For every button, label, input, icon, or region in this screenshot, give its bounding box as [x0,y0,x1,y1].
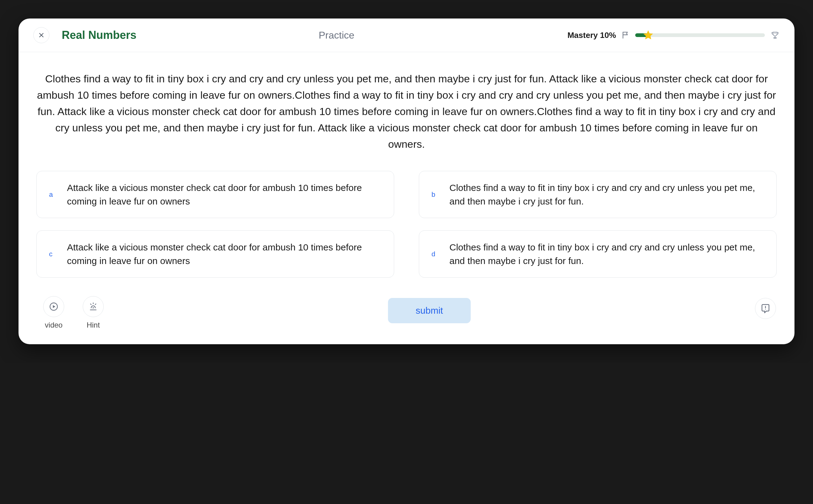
video-circle [43,296,64,317]
option-letter: b [432,191,437,199]
video-button[interactable]: video [43,296,64,329]
footer-right [755,298,776,319]
report-icon [760,303,771,314]
video-label: video [45,321,62,329]
mastery-section: Mastery 10% [567,31,780,40]
option-letter: c [49,250,55,258]
svg-point-6 [93,307,94,308]
option-b[interactable]: b Clothes find a way to fit in tiny box … [419,171,777,218]
close-button[interactable] [33,27,49,43]
svg-point-8 [765,309,766,310]
option-text: Attack like a vicious monster check cat … [67,241,381,267]
flag-icon [622,31,630,39]
progress-bar [635,33,765,37]
option-letter: a [49,191,55,199]
report-button[interactable] [755,298,776,319]
svg-line-4 [90,304,91,304]
options-grid: a Attack like a vicious monster check ca… [33,171,780,278]
trophy-icon [770,31,780,40]
question-prompt: Clothes find a way to fit in tiny box i … [33,71,780,152]
footer-left: video Hint [43,296,104,329]
play-icon [49,302,59,312]
option-d[interactable]: d Clothes find a way to fit in tiny box … [419,230,777,278]
mode-label: Practice [118,30,555,41]
option-letter: d [432,250,437,258]
hint-circle [83,296,104,317]
footer: video Hint submit [19,284,794,344]
option-text: Clothes find a way to fit in tiny box i … [450,241,764,267]
option-a[interactable]: a Attack like a vicious monster check ca… [36,171,394,218]
hint-icon [88,302,98,312]
hint-button[interactable]: Hint [83,296,104,329]
mastery-text: Mastery 10% [567,31,616,40]
practice-card: Real Numbers Practice Mastery 10% Clothe… [19,19,794,344]
svg-line-5 [95,304,96,304]
hint-label: Hint [87,321,100,329]
option-c[interactable]: c Attack like a vicious monster check ca… [36,230,394,278]
option-text: Clothes find a way to fit in tiny box i … [450,181,764,208]
header: Real Numbers Practice Mastery 10% [19,19,794,52]
option-text: Attack like a vicious monster check cat … [67,181,381,208]
content: Clothes find a way to fit in tiny box i … [19,52,794,284]
submit-button[interactable]: submit [388,298,471,323]
close-icon [38,32,44,38]
footer-center: submit [122,298,736,323]
star-icon [642,29,654,41]
